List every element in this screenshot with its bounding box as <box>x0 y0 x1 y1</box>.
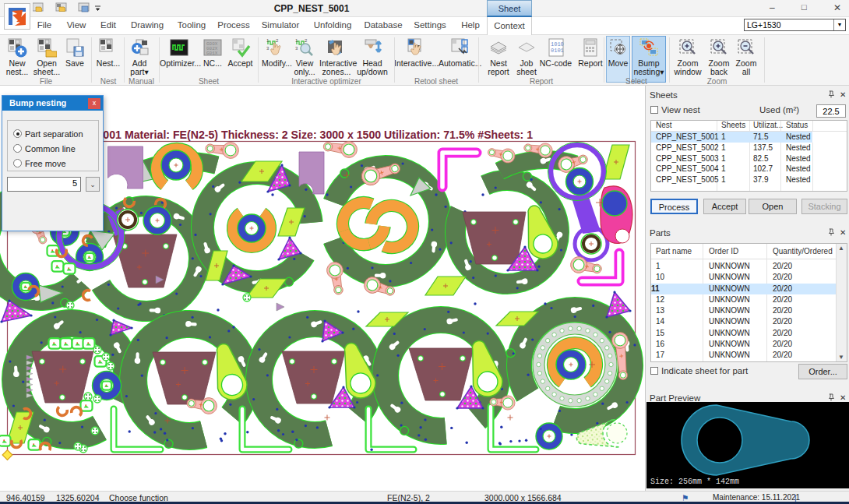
svg-text:1: 1 <box>295 38 298 43</box>
svg-text:2: 2 <box>276 38 279 43</box>
svg-text:3: 3 <box>295 46 298 51</box>
svg-text:CPP_NEST_5001 Material: FE(N2: CPP_NEST_5001 Material: FE(N2-5) Thickne… <box>33 128 533 141</box>
svg-text:2: 2 <box>305 38 308 43</box>
svg-text:0101: 0101 <box>551 48 564 54</box>
svg-text:1: 1 <box>266 38 269 43</box>
svg-text:1010: 1010 <box>551 41 564 48</box>
svg-text:G01X: G01X <box>206 51 218 56</box>
svg-text:3: 3 <box>266 46 269 51</box>
